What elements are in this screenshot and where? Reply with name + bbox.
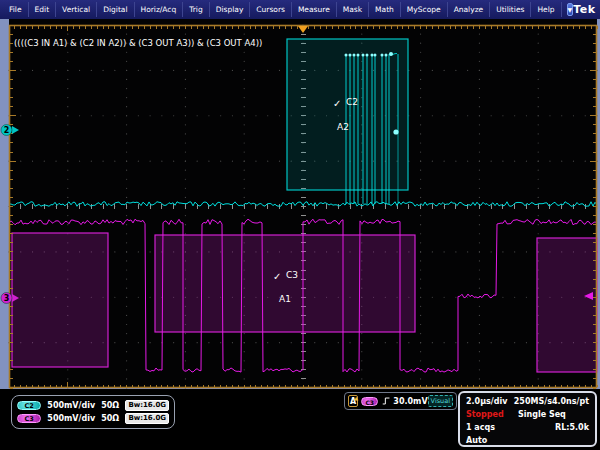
acquisition-status: Stopped	[466, 408, 518, 421]
c2-bandwidth-badge: Bw:16.0G	[125, 400, 169, 411]
menu-overflow-button[interactable]: ▼	[567, 3, 574, 16]
menu-item-horizacq[interactable]: Horiz/Acq	[135, 2, 184, 17]
menu-item-file[interactable]: File	[3, 2, 29, 17]
menu-item-digital[interactable]: Digital	[97, 2, 134, 17]
acquisition-count: 1 acqs	[466, 421, 555, 434]
menu-item-vertical[interactable]: Vertical	[56, 2, 97, 17]
zone-label-a2: A2	[337, 122, 349, 132]
svg-text:2: 2	[4, 126, 10, 135]
resolution: 4.0ns/pt	[552, 395, 589, 408]
visual-trigger-button[interactable]: Visual	[428, 395, 453, 407]
menu-item-display[interactable]: Display	[210, 2, 251, 17]
acquisition-mode: Single Seq	[518, 408, 566, 421]
zone-label-c2: C2	[346, 97, 358, 107]
acquisition-info-box: 2.0µs/div 250MS/s 4.0ns/pt Stopped Singl…	[458, 391, 597, 447]
trigger-readout-box: A ▲ C3 30.0mV Visual	[344, 392, 457, 410]
c2-impedance: 50Ω	[101, 401, 125, 410]
timebase: 2.0µs/div	[466, 395, 514, 408]
channel-row-c3[interactable]: C3 500mV/div 50Ω Bw:16.0G	[17, 412, 169, 425]
menu-item-cursors[interactable]: Cursors	[250, 2, 292, 17]
channel-row-c2[interactable]: C2 500mV/div 50Ω Bw:16.0G	[17, 399, 169, 412]
trigger-level: 30.0mV	[393, 397, 427, 406]
tek-logo: Tek	[573, 3, 595, 16]
checkmark-icon: ✓	[333, 98, 341, 109]
checkmark-icon: ✓	[273, 271, 281, 282]
c3-bandwidth-badge: Bw:16.0G	[125, 413, 169, 424]
menu-item-myscope[interactable]: MyScope	[401, 2, 448, 17]
c3-scale: 500mV/div	[47, 414, 101, 423]
trigger-source-badge[interactable]: A ▲	[348, 395, 358, 407]
search-zone-left[interactable]	[12, 233, 108, 367]
search-zone-right[interactable]	[537, 238, 597, 372]
c3-impedance: 50Ω	[101, 414, 125, 423]
channel-c3-badge[interactable]: C3	[17, 414, 41, 423]
menu-item-measure[interactable]: Measure	[292, 2, 337, 17]
readout-bar: C2 500mV/div 50Ω Bw:16.0G C3 500mV/div 5…	[0, 389, 600, 450]
menu-item-edit[interactable]: Edit	[29, 2, 57, 17]
c2-scale: 500mV/div	[47, 401, 101, 410]
zone-label-c3: C3	[286, 270, 298, 280]
sample-rate: 250MS/s	[514, 395, 552, 408]
waveform-display[interactable]: ✓C2A2✓C3A123((((C3 IN A1) & (C2 IN A2)) …	[0, 19, 600, 389]
menu-item-help[interactable]: Help	[531, 2, 561, 17]
menu-item-analyze[interactable]: Analyze	[448, 2, 491, 17]
search-zone-a1[interactable]	[155, 235, 415, 332]
trigger-mode: Auto	[466, 434, 487, 447]
menu-item-trig[interactable]: Trig	[183, 2, 209, 17]
record-length: RL:5.0k	[555, 421, 589, 434]
rising-edge-icon	[382, 395, 390, 407]
menu-item-mask[interactable]: Mask	[337, 2, 369, 17]
menu-item-math[interactable]: Math	[369, 2, 401, 17]
svg-text:3: 3	[4, 294, 10, 303]
menu-bar: FileEditVerticalDigitalHoriz/AcqTrigDisp…	[0, 0, 600, 19]
visual-trigger-expression: ((((C3 IN A1) & (C2 IN A2)) & (C3 OUT A3…	[14, 38, 262, 48]
trigger-channel-badge[interactable]: C3	[361, 397, 378, 406]
channel-readout-box: C2 500mV/div 50Ω Bw:16.0G C3 500mV/div 5…	[11, 395, 175, 429]
search-zone-a2[interactable]	[287, 39, 408, 190]
zone-label-a1: A1	[279, 294, 291, 304]
trigger-arrow-icon: ▲	[354, 393, 358, 404]
menu-item-utilities[interactable]: Utilities	[490, 2, 531, 17]
channel-c2-badge[interactable]: C2	[17, 401, 41, 410]
